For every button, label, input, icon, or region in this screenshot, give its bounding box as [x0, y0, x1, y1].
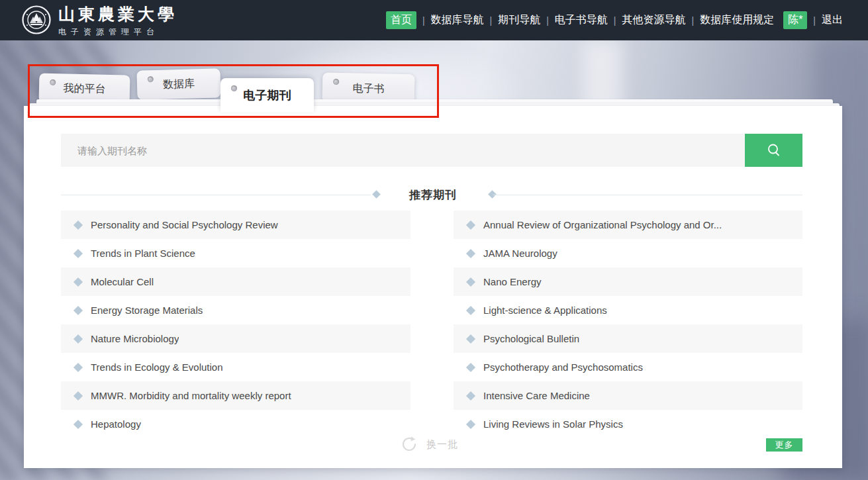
nav-item-journal-nav[interactable]: 期刊导航: [498, 13, 540, 27]
journal-title: Nature Microbiology: [91, 333, 179, 344]
tab-e-book-label: 电子书: [352, 81, 384, 96]
journal-row[interactable]: Molecular Cell: [61, 267, 410, 296]
refresh-label: 换一批: [426, 438, 458, 451]
tab-pin-icon: [231, 85, 237, 91]
diamond-bullet-icon: [466, 362, 475, 371]
university-name: 山東農業大學: [58, 5, 177, 24]
diamond-bullet-icon: [73, 362, 83, 371]
journal-title: Personality and Social Psychology Review: [91, 219, 278, 230]
refresh-batch-button[interactable]: 换一批: [400, 435, 458, 454]
university-seal-icon: [22, 5, 51, 34]
journal-title: Annual Review of Organizational Psycholo…: [483, 219, 722, 230]
tab-e-journal-label: 电子期刊: [244, 87, 291, 103]
journal-title: Psychological Bulletin: [483, 333, 579, 344]
tab-database[interactable]: 数据库: [136, 68, 220, 100]
nav-item-database-nav[interactable]: 数据库导航: [431, 13, 484, 27]
nav-separator: |: [614, 15, 616, 26]
search-icon: [766, 142, 782, 158]
logo-text-block: 山東農業大學 电子资源管理平台: [58, 5, 177, 38]
journal-title: Molecular Cell: [91, 276, 154, 287]
tab-pin-icon: [148, 76, 154, 82]
journal-row[interactable]: Annual Review of Organizational Psycholo…: [454, 211, 802, 239]
journal-title: Living Reviews in Solar Physics: [483, 418, 623, 430]
journal-row[interactable]: Intensive Care Medicine: [454, 381, 802, 410]
search-button[interactable]: [745, 134, 802, 167]
nav-separator: |: [691, 15, 694, 26]
journal-list-left: Personality and Social Psychology Review…: [61, 211, 410, 438]
journal-search-input[interactable]: [61, 134, 745, 167]
journal-title: Energy Storage Materials: [91, 305, 203, 316]
nav-separator: |: [813, 15, 816, 26]
journal-title: Hepatology: [91, 418, 141, 430]
journal-title: MMWR. Morbidity and mortality weekly rep…: [91, 390, 291, 401]
journal-title: Intensive Care Medicine: [483, 390, 590, 401]
diamond-bullet-icon: [73, 391, 83, 400]
nav-separator: |: [490, 15, 493, 26]
journal-row[interactable]: Living Reviews in Solar Physics: [454, 410, 802, 438]
journal-row[interactable]: Personality and Social Psychology Review: [61, 211, 410, 239]
journal-title: JAMA Neurology: [483, 248, 557, 259]
tab-database-label: 数据库: [163, 77, 195, 91]
journal-title: Nano Energy: [483, 276, 542, 287]
nav-item-ebook-nav[interactable]: 电子书导航: [555, 13, 608, 27]
section-title: 推荐期刊: [383, 187, 483, 203]
journal-row[interactable]: Energy Storage Materials: [61, 296, 410, 324]
diamond-bullet-icon: [466, 220, 475, 229]
nav-separator: |: [546, 15, 549, 26]
journal-title: Trends in Plant Science: [91, 248, 195, 259]
nav-item-home[interactable]: 首页: [386, 11, 416, 29]
more-button[interactable]: 更多: [766, 438, 802, 452]
journal-row[interactable]: Psychological Bulletin: [454, 324, 802, 353]
nav-item-logout[interactable]: 退出: [822, 13, 843, 27]
journal-row[interactable]: Trends in Ecology & Evolution: [61, 353, 410, 381]
main-navigation: 首页 | 数据库导航 | 期刊导航 | 电子书导航 | 其他资源导航 | 数据库…: [386, 0, 843, 40]
user-badge[interactable]: 陈*: [783, 11, 807, 29]
top-header-bar: 山東農業大學 电子资源管理平台 首页 | 数据库导航 | 期刊导航 | 电子书导…: [0, 0, 868, 40]
tab-my-platform-label: 我的平台: [63, 81, 105, 96]
journal-title: Light-science & Applications: [483, 305, 607, 316]
journal-row[interactable]: Light-science & Applications: [454, 296, 802, 324]
diamond-icon: [372, 190, 381, 199]
diamond-bullet-icon: [466, 305, 475, 314]
refresh-icon: [400, 435, 418, 454]
journal-title: Trends in Ecology & Evolution: [91, 361, 223, 373]
diamond-bullet-icon: [466, 334, 475, 343]
diamond-bullet-icon: [466, 277, 475, 286]
journal-row[interactable]: MMWR. Morbidity and mortality weekly rep…: [61, 381, 410, 410]
nav-item-other-resources-nav[interactable]: 其他资源导航: [622, 13, 685, 27]
tab-e-journal-active[interactable]: 电子期刊: [220, 78, 314, 113]
recommended-journals-header: 推荐期刊: [24, 185, 842, 205]
journal-row[interactable]: Trends in Plant Science: [61, 239, 410, 267]
diamond-bullet-icon: [466, 419, 475, 428]
diamond-bullet-icon: [73, 220, 83, 229]
journal-row[interactable]: Nature Microbiology: [61, 324, 410, 353]
diamond-bullet-icon: [73, 277, 83, 286]
journal-row[interactable]: Hepatology: [61, 410, 410, 438]
platform-subtitle: 电子资源管理平台: [58, 26, 177, 38]
nav-separator: |: [422, 15, 425, 26]
journal-row[interactable]: JAMA Neurology: [454, 239, 802, 267]
diamond-bullet-icon: [466, 391, 475, 400]
diamond-bullet-icon: [73, 248, 83, 258]
tab-pin-icon: [50, 79, 56, 85]
diamond-bullet-icon: [466, 248, 475, 258]
journal-title: Psychotherapy and Psychosomatics: [483, 361, 643, 373]
diamond-bullet-icon: [73, 305, 83, 314]
journal-row[interactable]: Nano Energy: [454, 267, 802, 296]
nav-item-database-rules[interactable]: 数据库使用规定: [700, 13, 774, 27]
divider-line: [493, 195, 802, 195]
journal-row[interactable]: Psychotherapy and Psychosomatics: [454, 353, 802, 381]
content-panel: 推荐期刊 Personality and Social Psychology R…: [24, 106, 842, 468]
diamond-bullet-icon: [73, 334, 83, 343]
tab-pin-icon: [333, 79, 339, 85]
divider-line: [61, 195, 371, 195]
diamond-bullet-icon: [73, 419, 83, 428]
journal-list-right: Annual Review of Organizational Psycholo…: [454, 211, 802, 438]
